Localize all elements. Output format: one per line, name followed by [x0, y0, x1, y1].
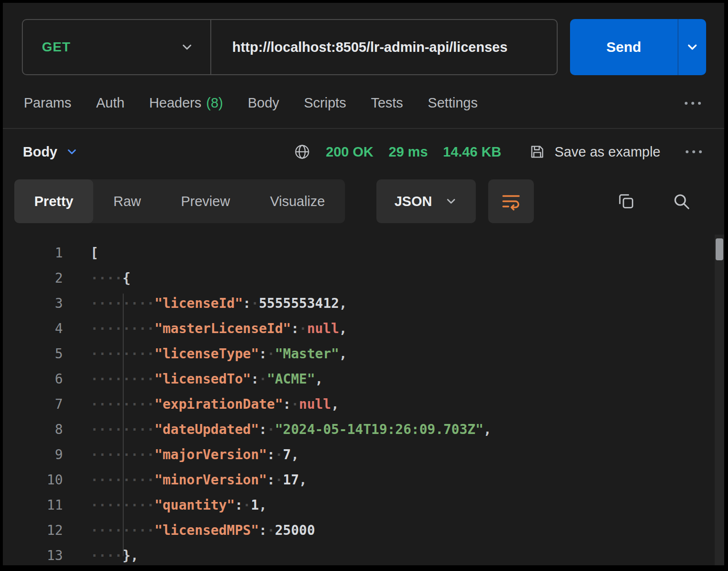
scrollbar-track[interactable] — [715, 235, 724, 565]
save-as-example-button[interactable]: Save as example — [529, 144, 660, 160]
request-tabs: Params Auth Headers(8) Body Scripts Test… — [24, 95, 703, 111]
code-line: 2····{ — [3, 266, 724, 291]
response-view-row: Pretty Raw Preview Visualize JSON — [14, 179, 713, 223]
line-number: 10 — [3, 467, 63, 492]
code-line: 9········"majorVersion":·7, — [3, 442, 724, 467]
scrollbar-thumb[interactable] — [716, 238, 723, 260]
response-status-cluster: 200 OK 29 ms 14.46 KB Save as example — [294, 143, 704, 160]
code-line: 11········"quantity":·1, — [3, 492, 724, 518]
line-number: 2 — [3, 266, 63, 291]
api-client-window: GET http://localhost:8505/lr-admin-api/l… — [3, 3, 724, 565]
code-lines: 1[2····{3········"licenseId":·5555553412… — [3, 235, 724, 565]
line-number: 8 — [3, 417, 63, 442]
response-more-options-icon[interactable] — [683, 149, 704, 155]
copy-button[interactable] — [617, 192, 636, 211]
send-options-button[interactable] — [679, 19, 706, 75]
code-line: 12········"licensedMPS":·25000 — [3, 518, 724, 543]
send-button[interactable]: Send — [570, 19, 678, 75]
headers-count-badge: (8) — [206, 95, 223, 110]
chevron-down-icon — [65, 145, 79, 158]
response-pane-label: Body — [23, 144, 58, 160]
url-input[interactable]: http://localhost:8505/lr-admin-api/licen… — [211, 39, 508, 55]
save-as-example-label: Save as example — [555, 144, 660, 160]
status-badge: 200 OK — [326, 144, 374, 160]
line-number: 12 — [3, 518, 63, 543]
response-body-dropdown[interactable]: Body — [23, 144, 79, 160]
indent-guide — [123, 294, 124, 556]
line-number: 9 — [3, 442, 63, 467]
view-tab-raw[interactable]: Raw — [93, 179, 161, 223]
response-time: 29 ms — [389, 144, 428, 160]
method-selector[interactable]: GET — [23, 20, 210, 74]
response-size: 14.46 KB — [443, 144, 502, 160]
format-label: JSON — [394, 194, 432, 209]
tab-headers[interactable]: Headers(8) — [149, 95, 223, 111]
format-dropdown[interactable]: JSON — [376, 179, 476, 223]
view-tab-preview[interactable]: Preview — [161, 179, 250, 223]
tab-body[interactable]: Body — [248, 95, 279, 111]
globe-icon[interactable] — [294, 143, 311, 160]
line-number: 11 — [3, 492, 63, 518]
view-tab-pretty[interactable]: Pretty — [14, 179, 93, 223]
tab-headers-label: Headers — [149, 95, 202, 110]
response-meta-row: Body 200 OK 29 ms 14.46 KB Save as examp… — [3, 129, 724, 175]
tab-settings[interactable]: Settings — [428, 95, 478, 111]
line-number: 4 — [3, 316, 63, 341]
code-line: 4········"masterLicenseId":·null, — [3, 316, 724, 341]
chevron-down-icon — [180, 40, 194, 54]
request-url-row: GET http://localhost:8505/lr-admin-api/l… — [22, 19, 706, 75]
tab-auth[interactable]: Auth — [96, 95, 125, 111]
code-line: 13····}, — [3, 543, 724, 565]
line-number: 13 — [3, 543, 63, 565]
tab-params[interactable]: Params — [24, 95, 71, 111]
code-line: 5········"licenseType":·"Master", — [3, 341, 724, 366]
code-line: 1[ — [3, 240, 724, 266]
url-box: GET http://localhost:8505/lr-admin-api/l… — [22, 19, 558, 75]
floppy-icon — [529, 144, 545, 160]
magnifier-icon — [672, 192, 691, 211]
line-number: 1 — [3, 240, 63, 266]
view-tab-visualize[interactable]: Visualize — [250, 179, 345, 223]
line-number: 5 — [3, 341, 63, 366]
chevron-down-icon — [685, 40, 699, 54]
code-line: 8········"dateUpdated":·"2024-05-14T19:2… — [3, 417, 724, 442]
text-wrap-icon — [501, 191, 521, 212]
code-line: 10········"minorVersion":·17, — [3, 467, 724, 492]
response-body-viewer: 1[2····{3········"licenseId":·5555553412… — [3, 235, 724, 565]
line-number: 6 — [3, 366, 63, 392]
tab-scripts[interactable]: Scripts — [304, 95, 346, 111]
method-label: GET — [42, 39, 71, 55]
send-button-group: Send — [570, 19, 706, 75]
code-line: 7········"expirationDate":·null, — [3, 392, 724, 417]
code-line: 6········"licensedTo":·"ACME", — [3, 366, 724, 392]
code-line: 3········"licenseId":·5555553412, — [3, 291, 724, 316]
line-number: 7 — [3, 392, 63, 417]
line-number: 3 — [3, 291, 63, 316]
more-options-icon[interactable] — [682, 100, 703, 106]
wrap-lines-toggle[interactable] — [488, 179, 534, 223]
tab-tests[interactable]: Tests — [371, 95, 403, 111]
chevron-down-icon — [444, 195, 458, 208]
search-button[interactable] — [672, 192, 691, 211]
response-view-tabs: Pretty Raw Preview Visualize — [14, 179, 345, 223]
copy-icon — [617, 192, 636, 211]
